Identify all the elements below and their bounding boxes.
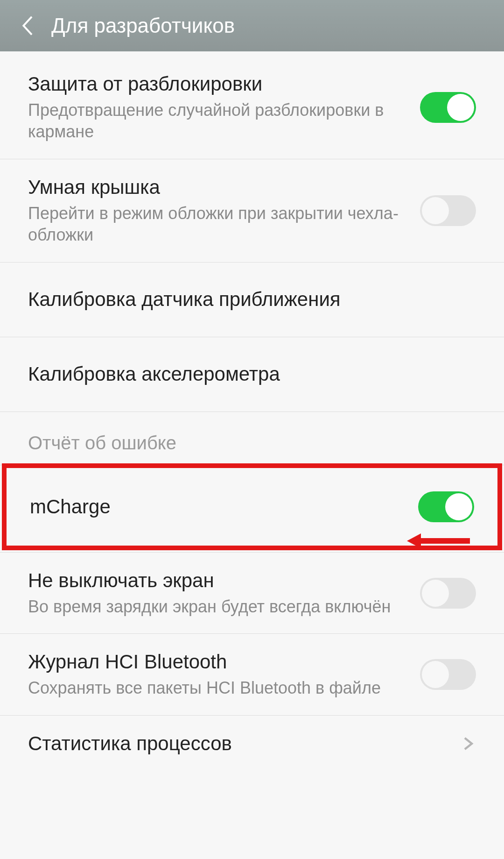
annotation-arrow-left-icon	[407, 532, 472, 550]
row-smart-cover[interactable]: Умная крышка Перейти в режим обложки при…	[0, 159, 504, 263]
app-header: Для разработчиков	[0, 0, 504, 51]
settings-list: Защита от разблокировки Предотвращение с…	[0, 51, 504, 772]
row-hci-bluetooth-log[interactable]: Журнал HCI Bluetooth Сохранять все пакет…	[0, 634, 504, 715]
row-title: Не выключать экран	[28, 568, 406, 593]
toggle-knob-icon	[422, 197, 449, 224]
chevron-right-icon	[459, 735, 476, 752]
row-subtitle: Предотвращение случайной разблокировки в…	[28, 99, 406, 143]
annotation-highlight-box: mCharge	[2, 463, 502, 550]
section-header-bugreport: Отчёт об ошибке	[0, 412, 504, 465]
row-subtitle: Во время зарядки экран будет всегда вклю…	[28, 596, 406, 618]
row-process-stats[interactable]: Статистика процессов	[0, 716, 504, 772]
svg-marker-1	[407, 533, 421, 548]
row-subtitle: Сохранять все пакеты HCI Bluetooth в фай…	[28, 677, 406, 699]
row-title: Защита от разблокировки	[28, 72, 406, 97]
row-unlock-protection[interactable]: Защита от разблокировки Предотвращение с…	[0, 56, 504, 159]
back-button[interactable]	[14, 12, 42, 40]
row-title: mCharge	[30, 495, 404, 519]
toggle-knob-icon	[422, 661, 449, 688]
toggle-knob-icon	[447, 94, 474, 121]
row-title: Калибровка акселерометра	[28, 362, 462, 387]
toggle-stay-awake[interactable]	[420, 578, 476, 609]
toggle-smart-cover[interactable]	[420, 195, 476, 226]
toggle-mcharge[interactable]	[418, 491, 474, 522]
row-accelerometer-calibration[interactable]: Калибровка акселерометра	[0, 337, 504, 412]
toggle-knob-icon	[422, 580, 449, 607]
row-stay-awake[interactable]: Не выключать экран Во время зарядки экра…	[0, 552, 504, 634]
row-title: Умная крышка	[28, 175, 406, 200]
toggle-unlock-protection[interactable]	[420, 92, 476, 123]
row-proximity-calibration[interactable]: Калибровка датчика приближения	[0, 263, 504, 337]
row-title: Калибровка датчика приближения	[28, 287, 462, 312]
row-title: Статистика процессов	[28, 731, 445, 756]
page-title: Для разработчиков	[51, 14, 235, 37]
chevron-left-icon	[21, 14, 35, 37]
toggle-hci-log[interactable]	[420, 659, 476, 690]
row-subtitle: Перейти в режим обложки при закрытии чех…	[28, 203, 406, 247]
toggle-knob-icon	[445, 493, 472, 520]
row-title: Журнал HCI Bluetooth	[28, 650, 406, 674]
